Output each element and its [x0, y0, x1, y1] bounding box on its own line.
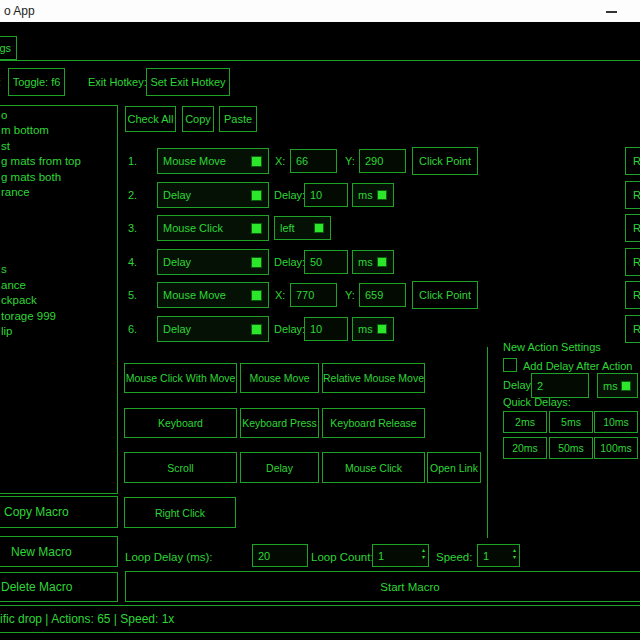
- quick-delays-label: Quick Delays:: [503, 396, 571, 408]
- action-type-dropdown[interactable]: Delay: [157, 249, 269, 275]
- menu-divider: [0, 60, 640, 61]
- click-point-button[interactable]: Click Point: [412, 147, 478, 175]
- panel-separator: [487, 347, 488, 538]
- action-type-dropdown[interactable]: Delay: [157, 182, 269, 208]
- hotkey-label-fragment: :: [0, 76, 1, 88]
- add-delay-button[interactable]: Delay: [240, 452, 319, 483]
- tab-settings[interactable]: gs: [0, 36, 17, 60]
- speed-value: 1: [483, 550, 489, 562]
- add-keyboard-button[interactable]: Keyboard: [124, 408, 237, 438]
- action-row: 4. Delay Delay: 50 ms R: [0, 248, 640, 276]
- y-input[interactable]: 659: [359, 283, 406, 307]
- ms-unit-dropdown[interactable]: ms: [352, 250, 394, 274]
- action-index: 2.: [128, 189, 137, 201]
- copy-button[interactable]: Copy: [182, 106, 214, 132]
- action-type-value: Mouse Click: [163, 222, 223, 234]
- copy-macro-button[interactable]: Copy Macro: [0, 496, 118, 528]
- macro-list-item[interactable]: m bottom: [1, 124, 117, 139]
- status-bar: ific drop | Actions: 65 | Speed: 1x: [0, 605, 640, 633]
- dropdown-square-icon: [621, 381, 631, 391]
- toggle-hotkey-button[interactable]: Toggle: f6: [8, 68, 65, 96]
- add-right-click-button[interactable]: Right Click: [124, 497, 236, 528]
- add-mouse-move-button[interactable]: Mouse Move: [240, 363, 319, 393]
- ms-unit-dropdown[interactable]: ms: [352, 183, 394, 207]
- dropdown-square-icon: [377, 190, 387, 200]
- spinner-up-icon[interactable]: ▴: [422, 547, 425, 554]
- ms-unit-dropdown[interactable]: ms: [352, 317, 394, 341]
- add-keyboard-release-button[interactable]: Keyboard Release: [322, 408, 425, 438]
- x-input[interactable]: 66: [290, 149, 337, 173]
- quick-delay-20ms-button[interactable]: 20ms: [503, 437, 547, 459]
- add-relative-mouse-move-button[interactable]: Relative Mouse Move: [322, 363, 425, 393]
- set-exit-hotkey-button[interactable]: Set Exit Hotkey: [146, 68, 230, 96]
- add-mouse-click-with-move-button[interactable]: Mouse Click With Move: [124, 363, 237, 393]
- action-index: 6.: [128, 323, 137, 335]
- speed-spinner[interactable]: 1 ▴ ▾: [477, 544, 520, 567]
- window-title: o App: [4, 4, 35, 18]
- add-open-link-button[interactable]: Open Link: [427, 452, 481, 483]
- add-delay-checkbox-label: Add Delay After Action: [523, 360, 632, 372]
- exit-hotkey-label: Exit Hotkey:: [88, 76, 147, 88]
- loop-count-value: 1: [378, 550, 384, 562]
- quick-delay-5ms-button[interactable]: 5ms: [549, 411, 593, 433]
- ms-unit-dropdown[interactable]: ms: [597, 373, 638, 398]
- remove-button[interactable]: R: [625, 147, 640, 175]
- speed-label: Speed:: [436, 551, 472, 563]
- app-window: o App gs : Toggle: f6 Exit Hotkey: Set E…: [0, 0, 640, 640]
- spinner-up-icon[interactable]: ▴: [513, 547, 516, 554]
- remove-button[interactable]: R: [625, 248, 640, 276]
- delay-input[interactable]: 10: [304, 317, 348, 341]
- loop-delay-label: Loop Delay (ms):: [125, 551, 213, 563]
- action-type-dropdown[interactable]: Mouse Click: [157, 215, 269, 241]
- delay-input[interactable]: 10: [304, 183, 348, 207]
- start-macro-button[interactable]: Start Macro: [125, 571, 640, 602]
- macro-list-item[interactable]: o: [1, 109, 117, 124]
- action-type-dropdown[interactable]: Mouse Move: [157, 282, 269, 308]
- delay-value-input[interactable]: 2: [531, 373, 589, 398]
- delay-label: Delay:: [274, 189, 305, 201]
- minimize-button[interactable]: [600, 0, 626, 22]
- dropdown-square-icon: [251, 324, 262, 335]
- action-type-dropdown[interactable]: Mouse Move: [157, 148, 269, 174]
- remove-button[interactable]: R: [625, 214, 640, 242]
- action-row: 3. Mouse Click left R: [0, 214, 640, 242]
- delay-label: Delay:: [274, 323, 305, 335]
- paste-button[interactable]: Paste: [219, 106, 257, 132]
- action-type-dropdown[interactable]: Delay: [157, 316, 269, 342]
- add-keyboard-press-button[interactable]: Keyboard Press: [240, 408, 319, 438]
- remove-button[interactable]: R: [625, 281, 640, 309]
- remove-button[interactable]: R: [625, 181, 640, 209]
- new-macro-button[interactable]: New Macro: [0, 536, 118, 567]
- x-input[interactable]: 770: [290, 283, 337, 307]
- quick-delay-50ms-button[interactable]: 50ms: [549, 437, 593, 459]
- loop-count-spinner[interactable]: 1 ▴ ▾: [372, 544, 429, 567]
- action-index: 4.: [128, 256, 137, 268]
- loop-delay-input[interactable]: 20: [252, 544, 308, 567]
- unit-value: ms: [358, 256, 373, 268]
- add-scroll-button[interactable]: Scroll: [124, 452, 237, 483]
- action-row: 6. Delay Delay: 10 ms R: [0, 315, 640, 343]
- dropdown-square-icon: [377, 324, 387, 334]
- click-point-button[interactable]: Click Point: [412, 281, 478, 309]
- unit-value: ms: [358, 189, 373, 201]
- y-label: Y:: [345, 289, 355, 301]
- action-index: 1.: [128, 155, 137, 167]
- spinner-down-icon[interactable]: ▾: [422, 554, 425, 561]
- dropdown-square-icon: [251, 290, 262, 301]
- delete-macro-button[interactable]: Delete Macro: [0, 572, 118, 602]
- quick-delay-10ms-button[interactable]: 10ms: [594, 411, 638, 433]
- quick-delay-100ms-button[interactable]: 100ms: [594, 437, 638, 459]
- mouse-button-dropdown[interactable]: left: [274, 216, 331, 240]
- add-mouse-click-button[interactable]: Mouse Click: [322, 452, 425, 483]
- quick-delay-2ms-button[interactable]: 2ms: [503, 411, 547, 433]
- delay-input[interactable]: 50: [304, 250, 348, 274]
- action-row: 1. Mouse Move X: 66 Y: 290 Click Point R: [0, 147, 640, 175]
- dropdown-square-icon: [251, 190, 262, 201]
- remove-button[interactable]: R: [625, 315, 640, 343]
- spinner-down-icon[interactable]: ▾: [513, 554, 516, 561]
- add-delay-checkbox[interactable]: [503, 358, 517, 372]
- dropdown-square-icon: [251, 156, 262, 167]
- check-all-button[interactable]: Check All: [125, 106, 176, 132]
- y-input[interactable]: 290: [359, 149, 406, 173]
- delay-label: Delay:: [503, 379, 534, 391]
